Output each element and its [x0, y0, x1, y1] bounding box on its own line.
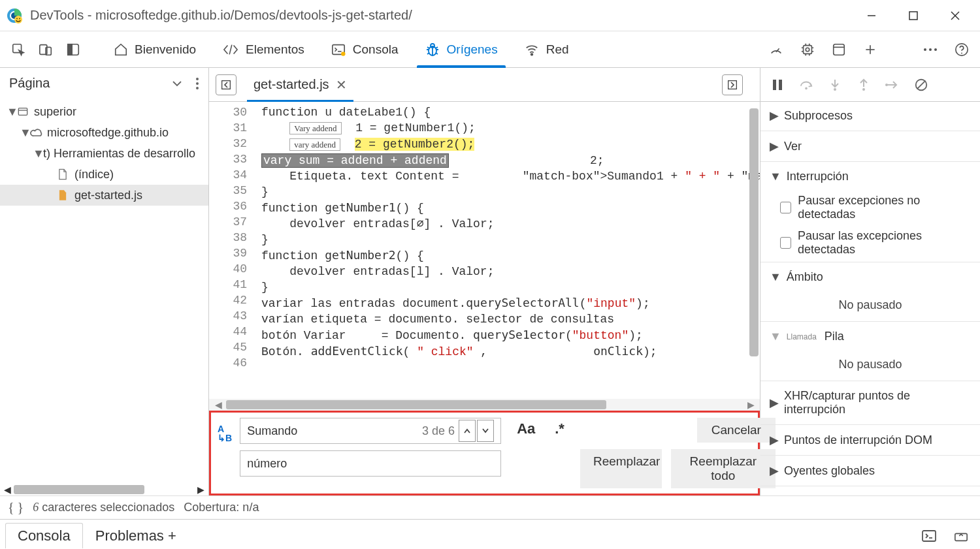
- tab-network[interactable]: Red: [511, 31, 582, 67]
- step-over-icon[interactable]: [798, 77, 814, 93]
- result-count: 3 de 6: [422, 424, 455, 438]
- svg-point-18: [341, 52, 345, 55]
- tab-label: Orígenes: [447, 42, 498, 57]
- tree-file-js[interactable]: get-started.js: [0, 185, 208, 206]
- section-breakpoints[interactable]: ▼Interrupción: [760, 163, 980, 190]
- step-icon[interactable]: [885, 77, 900, 93]
- editor-vscroll[interactable]: [749, 108, 759, 356]
- pretty-print-button[interactable]: { }: [8, 500, 24, 515]
- drawer-expand-icon[interactable]: [954, 529, 968, 542]
- replace-input[interactable]: número: [247, 457, 287, 471]
- caret-down-icon: ▼: [7, 101, 17, 122]
- pause-uncaught-row[interactable]: Pausar excepciones no detectadas: [760, 190, 980, 225]
- find-replace-toggle-icon[interactable]: A↳B: [218, 424, 232, 443]
- section-watch[interactable]: ▶Ver: [760, 133, 980, 160]
- svg-rect-53: [923, 531, 936, 541]
- svg-rect-24: [804, 45, 812, 54]
- tab-welcome[interactable]: Bienvenido: [101, 31, 209, 67]
- close-icon[interactable]: ✕: [336, 77, 347, 93]
- next-match-button[interactable]: [477, 420, 494, 442]
- drawer-tab-console[interactable]: Consola: [5, 523, 83, 548]
- section-listeners[interactable]: ▶Oyentes globales: [760, 457, 980, 484]
- replace-all-button[interactable]: Reemplazar todo: [671, 449, 776, 488]
- file-js-icon: [57, 189, 72, 201]
- more-vertical-icon[interactable]: [195, 77, 199, 90]
- checkbox[interactable]: [780, 202, 791, 213]
- inspect-icon[interactable]: [10, 42, 26, 57]
- tree-label: get-started.js: [74, 185, 142, 206]
- tab-console[interactable]: Consola: [318, 31, 412, 67]
- window-minimize-button[interactable]: [860, 7, 883, 25]
- regex-toggle[interactable]: .*: [555, 420, 564, 437]
- replace-button[interactable]: Reemplazar: [580, 449, 662, 488]
- caret-down-icon: ▼: [33, 143, 43, 164]
- pause-icon[interactable]: [770, 77, 785, 93]
- performance-icon[interactable]: [768, 42, 784, 57]
- file-icon: [57, 168, 72, 180]
- toggle-debugger-button[interactable]: [722, 74, 743, 95]
- checkbox[interactable]: [780, 237, 791, 249]
- svg-rect-7: [909, 12, 917, 20]
- svg-point-31: [929, 48, 932, 51]
- svg-point-20: [431, 44, 434, 48]
- pause-caught-row[interactable]: Pausar las excepciones detectadas: [760, 225, 980, 260]
- tree-domain[interactable]: ▼ microsoftedge.github.io: [0, 122, 208, 143]
- editor-hscroll[interactable]: ◀▶: [209, 399, 760, 411]
- svg-point-35: [196, 78, 199, 80]
- svg-line-52: [917, 80, 926, 89]
- step-out-icon[interactable]: [856, 77, 872, 93]
- case-sensitive-toggle[interactable]: Aa: [517, 420, 535, 437]
- dock-icon[interactable]: [65, 42, 81, 57]
- cloud-icon: [30, 127, 44, 138]
- step-into-icon[interactable]: [827, 77, 843, 93]
- code-area[interactable]: 3031323334353637383940414243444546 funct…: [209, 102, 760, 399]
- section-callstack[interactable]: ▼LlamadaPila: [760, 323, 980, 350]
- svg-rect-26: [834, 44, 845, 55]
- tree-folder[interactable]: ▼ t) Herramientas de desarrollo: [0, 143, 208, 164]
- help-icon[interactable]: [954, 42, 970, 57]
- application-icon[interactable]: [831, 42, 847, 57]
- window-maximize-button[interactable]: [902, 7, 925, 25]
- checkbox-label: Pausar las excepciones detectadas: [798, 229, 971, 257]
- drawer-tab-problems[interactable]: Problemas +: [83, 523, 189, 549]
- tree-file-index[interactable]: (índice): [0, 164, 208, 185]
- svg-point-36: [196, 82, 199, 85]
- scope-not-paused: No pausado: [760, 290, 980, 320]
- console-settings-icon[interactable]: [921, 529, 937, 542]
- sidebar-hscroll[interactable]: ◀▶: [0, 484, 208, 495]
- app-icon: [5, 7, 24, 25]
- svg-point-37: [196, 87, 199, 89]
- navigator-header[interactable]: Página: [0, 68, 208, 99]
- svg-point-44: [805, 87, 808, 89]
- window-close-button[interactable]: [943, 7, 967, 25]
- deactivate-breakpoints-icon[interactable]: [913, 77, 929, 93]
- svg-rect-40: [222, 80, 231, 89]
- tab-sources[interactable]: Orígenes: [412, 31, 511, 67]
- section-dom[interactable]: ▶Puntos de interrupción DOM: [760, 426, 980, 454]
- section-threads[interactable]: ▶Subprocesos: [760, 102, 980, 129]
- tab-label: Red: [546, 42, 569, 57]
- home-icon: [114, 42, 128, 57]
- tab-elements[interactable]: Elementos: [209, 31, 318, 67]
- tree-root[interactable]: ▼ superior: [0, 101, 208, 122]
- more-icon[interactable]: [923, 42, 938, 57]
- svg-point-32: [934, 48, 937, 51]
- editor-tab-label: get-started.js: [253, 77, 329, 92]
- device-icon[interactable]: [38, 42, 54, 57]
- svg-rect-38: [18, 108, 27, 116]
- chevron-down-icon[interactable]: [172, 80, 182, 87]
- code-icon: [222, 42, 239, 57]
- drawer: Consola Problemas +: [0, 519, 980, 549]
- editor-tab[interactable]: get-started.js ✕: [247, 68, 353, 101]
- section-xhr[interactable]: ▶XHR/capturar puntos de interrupción: [760, 383, 980, 423]
- prev-match-button[interactable]: [459, 420, 476, 442]
- search-input[interactable]: Sumando: [247, 424, 297, 438]
- section-scope[interactable]: ▼Ámbito: [760, 264, 980, 290]
- bug-icon: [425, 42, 440, 57]
- code-lines[interactable]: function u dateLabe1() { Vary addend 1 =…: [261, 104, 760, 375]
- memory-icon[interactable]: [800, 42, 815, 57]
- svg-point-5: [19, 18, 20, 19]
- add-tab-icon[interactable]: [862, 42, 878, 57]
- svg-point-3: [14, 16, 22, 24]
- toggle-navigator-button[interactable]: [216, 74, 237, 95]
